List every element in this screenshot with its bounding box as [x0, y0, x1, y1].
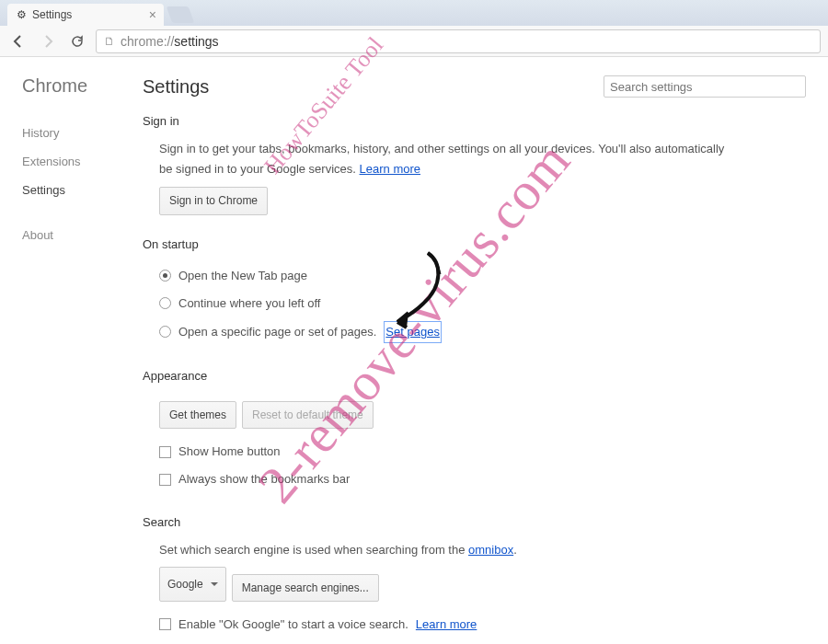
sidebar-title: Chrome [22, 75, 143, 97]
signin-learn-more-link[interactable]: Learn more [360, 162, 420, 176]
sidebar: Chrome History Extensions Settings About [0, 57, 143, 644]
page-title: Settings [143, 76, 209, 98]
startup-opt3-label: Open a specific page or set of pages. [178, 322, 376, 342]
section-signin: Sign in Sign in to get your tabs, bookma… [143, 114, 806, 215]
ok-google-checkbox[interactable]: Enable "Ok Google" to start a voice sear… [159, 611, 806, 638]
radio-icon [159, 270, 171, 282]
startup-option-specific[interactable]: Open a specific page or set of pages. Se… [159, 317, 806, 347]
set-pages-link[interactable]: Set pages [384, 321, 442, 343]
startup-title: On startup [143, 237, 806, 251]
radio-icon [159, 297, 171, 309]
chevron-down-icon [211, 582, 218, 586]
new-tab-button[interactable] [167, 6, 195, 23]
search-desc: Set which search engine is used when sea… [159, 543, 468, 557]
get-themes-button[interactable]: Get themes [159, 401, 236, 429]
sidebar-item-about[interactable]: About [22, 221, 143, 249]
show-home-checkbox[interactable]: Show Home button [159, 438, 806, 466]
section-startup: On startup Open the New Tab page Continu… [143, 237, 806, 347]
section-search: Search Set which search engine is used w… [143, 515, 806, 644]
browser-toolbar: 🗋 chrome://settings [0, 26, 828, 57]
manage-search-engines-button[interactable]: Manage search engines... [232, 574, 379, 602]
search-engine-value: Google [167, 575, 203, 593]
url-path: settings [174, 34, 218, 49]
tab-title: Settings [32, 8, 72, 21]
signin-desc1: Sign in to get your tabs, bookmarks, his… [159, 142, 724, 155]
main-header: Settings [143, 75, 806, 98]
show-home-label: Show Home button [178, 442, 281, 462]
url-prefix: chrome:// [121, 34, 174, 49]
main-panel: Settings Sign in Sign in to get your tab… [143, 57, 828, 644]
show-bookmarks-checkbox[interactable]: Always show the bookmarks bar [159, 466, 806, 493]
reload-icon [70, 34, 85, 49]
signin-desc2: be signed in to your Google services. [159, 162, 356, 176]
back-button[interactable] [7, 30, 29, 52]
reset-theme-button[interactable]: Reset to default theme [242, 401, 374, 429]
gear-icon: ⚙ [17, 8, 27, 21]
content-area: Chrome History Extensions Settings About… [0, 57, 828, 644]
sidebar-item-settings[interactable]: Settings [22, 176, 143, 204]
arrow-right-icon [40, 34, 55, 49]
sidebar-item-history[interactable]: History [22, 119, 143, 147]
page-icon: 🗋 [104, 35, 115, 48]
forward-button[interactable] [37, 30, 59, 52]
sidebar-item-extensions[interactable]: Extensions [22, 147, 143, 176]
show-bookmarks-label: Always show the bookmarks bar [178, 469, 350, 489]
checkbox-icon [159, 474, 171, 486]
omnibox-link[interactable]: omnibox [468, 543, 513, 557]
arrow-left-icon [11, 34, 26, 49]
signin-button[interactable]: Sign in to Chrome [159, 187, 268, 214]
startup-opt2-label: Continue where you left off [178, 293, 320, 314]
ok-google-hint: Say "Ok Google" in a new tab and google.… [159, 640, 806, 644]
close-icon[interactable]: × [149, 7, 156, 22]
browser-tab-bar: ⚙ Settings × [0, 0, 828, 26]
signin-title: Sign in [143, 114, 806, 128]
search-title: Search [143, 515, 806, 529]
search-engine-dropdown[interactable]: Google [159, 567, 226, 602]
ok-google-learn-more-link[interactable]: Learn more [416, 615, 477, 635]
checkbox-icon [159, 446, 171, 458]
appearance-title: Appearance [143, 369, 806, 383]
reload-button[interactable] [66, 30, 88, 52]
address-bar[interactable]: 🗋 chrome://settings [96, 29, 821, 53]
startup-option-newtab[interactable]: Open the New Tab page [159, 262, 806, 290]
ok-google-label: Enable "Ok Google" to start a voice sear… [178, 615, 408, 635]
radio-icon [159, 326, 171, 338]
section-appearance: Appearance Get themes Reset to default t… [143, 369, 806, 494]
startup-opt1-label: Open the New Tab page [178, 266, 307, 286]
checkbox-icon [159, 618, 171, 630]
browser-tab[interactable]: ⚙ Settings × [7, 4, 164, 26]
startup-option-continue[interactable]: Continue where you left off [159, 290, 806, 317]
search-settings-input[interactable] [604, 75, 806, 98]
